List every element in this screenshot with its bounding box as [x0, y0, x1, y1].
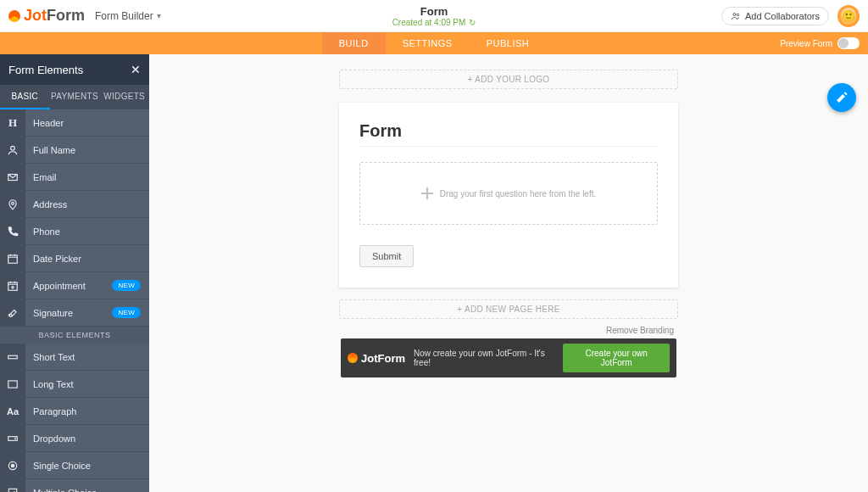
move-icon	[421, 187, 433, 199]
long-text-icon	[0, 371, 25, 397]
svg-point-2	[11, 146, 15, 150]
element-address[interactable]: Address	[0, 191, 149, 218]
add-collaborators-button[interactable]: Add Collaborators	[721, 7, 829, 25]
element-full-name[interactable]: Full Name	[0, 137, 149, 164]
short-text-icon	[0, 344, 25, 370]
logo-icon	[348, 353, 358, 363]
svg-rect-5	[8, 254, 18, 262]
form-canvas: + ADD YOUR LOGO Form Drag your first que…	[149, 54, 868, 492]
element-header[interactable]: H Header	[0, 109, 149, 137]
form-title[interactable]: Form	[392, 5, 476, 18]
heading-icon: H	[0, 109, 25, 136]
sidebar-tab-basic[interactable]: BASIC	[0, 85, 50, 109]
radio-icon	[0, 452, 25, 478]
add-logo-button[interactable]: + ADD YOUR LOGO	[339, 70, 678, 89]
elements-sidebar: Form Elements ✕ BASIC PAYMENTS WIDGETS H…	[0, 54, 149, 492]
envelope-icon	[0, 164, 25, 190]
svg-rect-10	[8, 436, 18, 440]
element-single-choice[interactable]: Single Choice	[0, 452, 149, 479]
sidebar-section-basic: BASIC ELEMENTS	[0, 327, 149, 344]
element-paragraph[interactable]: Aa Paragraph	[0, 398, 149, 425]
element-short-text[interactable]: Short Text	[0, 344, 149, 371]
signature-icon	[0, 299, 25, 326]
close-icon[interactable]: ✕	[131, 63, 141, 76]
avatar[interactable]: 🙂	[837, 5, 860, 27]
element-phone[interactable]: Phone	[0, 218, 149, 245]
new-badge: NEW	[112, 307, 141, 318]
preview-form-label: Preview Form	[780, 39, 832, 48]
phone-icon	[0, 218, 25, 244]
sidebar-tab-payments[interactable]: PAYMENTS	[50, 85, 100, 109]
builder-label: Form Builder	[95, 10, 153, 22]
svg-point-4	[12, 202, 14, 204]
tab-build[interactable]: BUILD	[322, 32, 386, 54]
main-tabs: BUILD SETTINGS PUBLISH Preview Form	[0, 32, 868, 54]
svg-point-12	[11, 464, 14, 467]
promo-logo: JotForm	[348, 352, 405, 365]
svg-point-1	[737, 14, 739, 16]
calendar-icon	[0, 245, 25, 271]
element-signature[interactable]: Signature NEW	[0, 299, 149, 327]
element-email[interactable]: Email	[0, 164, 149, 191]
svg-rect-13	[8, 489, 16, 492]
form-card: Form Drag your first question here from …	[339, 103, 678, 288]
appointment-icon	[0, 272, 25, 299]
add-collaborators-label: Add Collaborators	[745, 11, 820, 21]
divider	[359, 146, 658, 147]
form-heading[interactable]: Form	[359, 121, 658, 141]
history-icon[interactable]: ↻	[469, 18, 476, 27]
top-bar: JotForm Form Builder ▾ Form Created at 4…	[0, 0, 868, 32]
sidebar-tab-widgets[interactable]: WIDGETS	[99, 85, 149, 109]
element-dropdown[interactable]: Dropdown	[0, 425, 149, 452]
promo-bar: JotForm Now create your own JotForm - It…	[341, 338, 676, 377]
person-icon	[0, 137, 25, 163]
new-badge: NEW	[112, 280, 141, 291]
logo[interactable]: JotForm	[8, 7, 85, 25]
submit-button[interactable]: Submit	[359, 245, 414, 267]
chevron-down-icon: ▾	[157, 11, 161, 20]
sidebar-title: Form Elements	[8, 64, 83, 76]
svg-point-0	[733, 13, 736, 15]
drop-hint: Drag your first question here from the l…	[440, 189, 597, 198]
tab-settings[interactable]: SETTINGS	[386, 32, 470, 54]
element-long-text[interactable]: Long Text	[0, 371, 149, 398]
element-appointment[interactable]: Appointment NEW	[0, 272, 149, 299]
sidebar-title-bar: Form Elements ✕	[0, 54, 149, 85]
add-new-page-button[interactable]: + ADD NEW PAGE HERE	[339, 299, 678, 319]
header-center: Form Created at 4:09 PM ↻	[392, 5, 476, 27]
preview-toggle[interactable]	[837, 37, 860, 49]
builder-dropdown[interactable]: Form Builder ▾	[95, 10, 161, 22]
tab-publish[interactable]: PUBLISH	[470, 32, 547, 54]
promo-create-button[interactable]: Create your own JotForm	[563, 344, 670, 372]
form-designer-button[interactable]	[827, 83, 856, 112]
dropdown-icon	[0, 425, 25, 451]
paragraph-icon: Aa	[0, 398, 25, 424]
logo-icon	[8, 10, 20, 22]
drop-zone[interactable]: Drag your first question here from the l…	[359, 162, 658, 225]
form-meta: Created at 4:09 PM ↻	[392, 18, 476, 27]
svg-rect-9	[8, 380, 18, 387]
logo-text-b: Form	[47, 7, 85, 24]
element-date-picker[interactable]: Date Picker	[0, 245, 149, 272]
svg-point-7	[12, 286, 14, 288]
people-icon	[731, 11, 741, 21]
logo-text-a: Jot	[24, 7, 47, 24]
element-multiple-choice[interactable]: Multiple Choice	[0, 479, 149, 492]
svg-rect-8	[8, 355, 18, 359]
remove-branding-link[interactable]: Remove Branding	[343, 326, 674, 335]
pin-icon	[0, 191, 25, 217]
promo-text: Now create your own JotForm - It's free!	[414, 349, 554, 367]
checkbox-icon	[0, 479, 25, 492]
